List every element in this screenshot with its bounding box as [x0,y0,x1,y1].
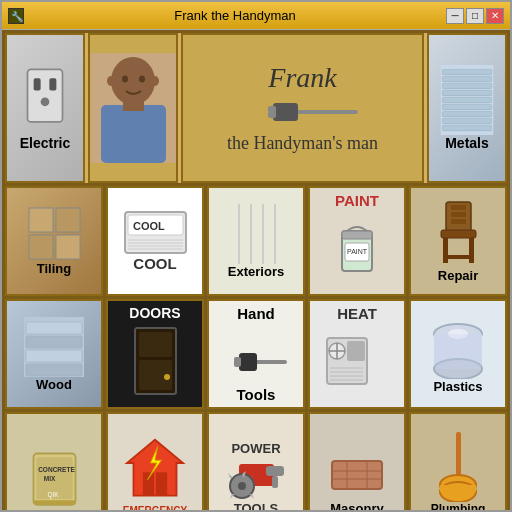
svg-rect-59 [26,364,82,376]
repair-label: Repair [438,268,478,283]
svg-rect-65 [239,353,257,371]
app-icon: 🔧 [8,8,24,24]
svg-text:COOL: COOL [133,220,165,232]
masonry-icon [327,451,387,501]
svg-marker-99 [228,473,233,478]
tiling-label: Tiling [37,261,71,276]
paint-label: PAINT [335,192,379,209]
heat-label: HEAT [337,305,377,322]
svg-rect-58 [26,350,82,362]
outlet-icon [20,65,70,135]
exteriors-label: Exteriors [228,264,284,279]
electric-label: Electric [20,135,71,151]
svg-rect-21 [443,90,492,95]
svg-rect-2 [28,69,63,122]
svg-point-5 [41,97,50,106]
svg-text:🔧: 🔧 [11,10,23,23]
svg-rect-22 [443,97,492,102]
doors-cell[interactable]: DOORS [106,299,204,409]
heat-cell[interactable]: HEAT [308,299,406,409]
svg-point-63 [164,374,170,380]
svg-rect-14 [293,110,358,114]
door-icon [133,326,178,396]
emergency-cell[interactable]: EMERGENCY [106,412,204,510]
paint-can-icon: PAINT [337,221,377,276]
person-portrait [91,53,176,163]
svg-text:PAINT: PAINT [347,248,368,255]
chair-icon [431,200,486,268]
circular-saw-icon [224,456,289,501]
svg-rect-52 [443,238,448,263]
close-button[interactable]: ✕ [486,8,504,24]
exteriors-cell[interactable]: Exteriors [207,186,305,296]
masonry-label: Masonry [330,501,383,510]
emergency-label: EMERGENCY [123,505,187,510]
svg-rect-28 [56,208,80,232]
handtools-label-bot: Tools [237,386,276,403]
maximize-button[interactable]: □ [466,8,484,24]
svg-text:QIK: QIK [47,491,59,499]
doors-label: DOORS [129,305,180,321]
svg-rect-54 [446,255,471,259]
hand-hammer-icon [224,351,289,373]
paint-cell[interactable]: PAINT PAINT [308,186,406,296]
frank-text: Frank [227,60,378,96]
tiling-icon [27,206,82,261]
powertools-cell[interactable]: POWER TOOLS [207,412,305,510]
svg-rect-26 [443,125,492,130]
svg-point-12 [107,76,115,86]
svg-rect-90 [156,472,167,495]
plastics-icon [431,314,486,379]
concrete-bag-icon: CONCRETE MIX QIK [27,446,82,510]
svg-point-94 [238,482,246,490]
hvac-icon [325,336,390,386]
powertools-label-bot: TOOLS [234,501,279,510]
svg-rect-30 [56,235,80,259]
svg-rect-27 [29,208,53,232]
plunger-icon [438,430,478,502]
svg-rect-50 [451,219,466,224]
svg-rect-100 [266,466,284,476]
electric-cell[interactable]: Electric [5,33,85,183]
svg-point-7 [111,57,155,105]
svg-text:CONCRETE: CONCRETE [38,466,75,473]
repair-cell[interactable]: Repair [409,186,507,296]
svg-rect-3 [34,78,41,90]
tiling-cell[interactable]: Tiling [5,186,103,296]
svg-rect-51 [441,230,476,238]
svg-marker-97 [249,494,254,499]
svg-marker-98 [230,494,235,499]
svg-rect-48 [451,205,466,210]
metals-cell[interactable]: Metals [427,33,507,183]
svg-rect-64 [252,360,287,364]
plastics-cell[interactable]: Plastics [409,299,507,409]
svg-rect-25 [443,118,492,123]
wood-cell[interactable]: Wood [5,299,103,409]
app-title-text: Frank the Handyman's man [227,60,378,156]
minimize-button[interactable]: ─ [446,8,464,24]
main-content: Electric [2,30,510,510]
svg-rect-16 [268,106,276,118]
svg-rect-19 [443,76,492,81]
svg-rect-101 [272,476,278,488]
handtools-label-top: Hand [237,305,275,322]
handymans-text: the Handyman's man [227,132,378,155]
svg-point-13 [151,76,159,86]
svg-rect-53 [469,238,474,263]
app-window: 🔧 Frank the Handyman ─ □ ✕ [0,0,512,512]
svg-rect-49 [451,212,466,217]
svg-point-11 [139,76,145,83]
masonry-cell[interactable]: Masonry [308,412,406,510]
handtools-cell[interactable]: Hand Tools [207,299,305,409]
svg-rect-44 [342,231,372,239]
svg-rect-9 [123,101,144,111]
plumbing-cell[interactable]: Plumbing [409,412,507,510]
svg-rect-8 [101,105,166,163]
svg-rect-80 [435,334,481,369]
title-bar: 🔧 Frank the Handyman ─ □ ✕ [2,2,510,30]
svg-rect-68 [347,341,365,361]
cool-cell[interactable]: COOL COOL [106,186,204,296]
concrete-cell[interactable]: CONCRETE MIX QIK [5,412,103,510]
window-controls: ─ □ ✕ [446,8,504,24]
ac-unit-icon: COOL [123,210,188,255]
